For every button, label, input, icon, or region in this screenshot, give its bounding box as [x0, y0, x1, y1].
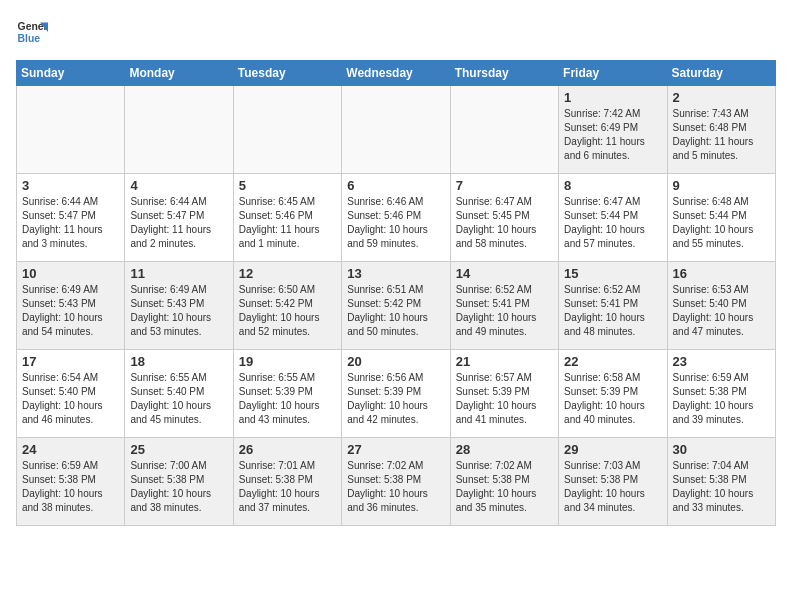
day-number: 21	[456, 354, 553, 369]
calendar-cell: 1Sunrise: 7:42 AM Sunset: 6:49 PM Daylig…	[559, 86, 667, 174]
day-number: 13	[347, 266, 444, 281]
day-number: 7	[456, 178, 553, 193]
cell-content: Sunrise: 6:49 AM Sunset: 5:43 PM Dayligh…	[130, 283, 227, 339]
cell-content: Sunrise: 6:50 AM Sunset: 5:42 PM Dayligh…	[239, 283, 336, 339]
cell-content: Sunrise: 7:02 AM Sunset: 5:38 PM Dayligh…	[456, 459, 553, 515]
calendar-header-row: SundayMondayTuesdayWednesdayThursdayFrid…	[17, 61, 776, 86]
cell-content: Sunrise: 6:58 AM Sunset: 5:39 PM Dayligh…	[564, 371, 661, 427]
day-number: 29	[564, 442, 661, 457]
calendar-cell: 9Sunrise: 6:48 AM Sunset: 5:44 PM Daylig…	[667, 174, 775, 262]
cell-content: Sunrise: 6:52 AM Sunset: 5:41 PM Dayligh…	[564, 283, 661, 339]
day-number: 4	[130, 178, 227, 193]
calendar-cell: 23Sunrise: 6:59 AM Sunset: 5:38 PM Dayli…	[667, 350, 775, 438]
day-number: 10	[22, 266, 119, 281]
calendar-week-row: 1Sunrise: 7:42 AM Sunset: 6:49 PM Daylig…	[17, 86, 776, 174]
cell-content: Sunrise: 6:46 AM Sunset: 5:46 PM Dayligh…	[347, 195, 444, 251]
calendar-cell: 11Sunrise: 6:49 AM Sunset: 5:43 PM Dayli…	[125, 262, 233, 350]
day-number: 12	[239, 266, 336, 281]
day-number: 1	[564, 90, 661, 105]
calendar-cell: 10Sunrise: 6:49 AM Sunset: 5:43 PM Dayli…	[17, 262, 125, 350]
calendar-cell	[233, 86, 341, 174]
cell-content: Sunrise: 6:55 AM Sunset: 5:40 PM Dayligh…	[130, 371, 227, 427]
day-number: 15	[564, 266, 661, 281]
day-number: 9	[673, 178, 770, 193]
calendar-cell: 15Sunrise: 6:52 AM Sunset: 5:41 PM Dayli…	[559, 262, 667, 350]
cell-content: Sunrise: 6:47 AM Sunset: 5:45 PM Dayligh…	[456, 195, 553, 251]
cell-content: Sunrise: 7:01 AM Sunset: 5:38 PM Dayligh…	[239, 459, 336, 515]
calendar-cell: 28Sunrise: 7:02 AM Sunset: 5:38 PM Dayli…	[450, 438, 558, 526]
calendar-cell: 17Sunrise: 6:54 AM Sunset: 5:40 PM Dayli…	[17, 350, 125, 438]
weekday-header: Friday	[559, 61, 667, 86]
calendar-cell: 7Sunrise: 6:47 AM Sunset: 5:45 PM Daylig…	[450, 174, 558, 262]
day-number: 11	[130, 266, 227, 281]
day-number: 25	[130, 442, 227, 457]
calendar-cell: 20Sunrise: 6:56 AM Sunset: 5:39 PM Dayli…	[342, 350, 450, 438]
weekday-header: Thursday	[450, 61, 558, 86]
day-number: 17	[22, 354, 119, 369]
calendar-week-row: 24Sunrise: 6:59 AM Sunset: 5:38 PM Dayli…	[17, 438, 776, 526]
day-number: 16	[673, 266, 770, 281]
calendar-week-row: 17Sunrise: 6:54 AM Sunset: 5:40 PM Dayli…	[17, 350, 776, 438]
calendar-cell: 4Sunrise: 6:44 AM Sunset: 5:47 PM Daylig…	[125, 174, 233, 262]
weekday-header: Tuesday	[233, 61, 341, 86]
calendar-cell: 26Sunrise: 7:01 AM Sunset: 5:38 PM Dayli…	[233, 438, 341, 526]
cell-content: Sunrise: 7:04 AM Sunset: 5:38 PM Dayligh…	[673, 459, 770, 515]
cell-content: Sunrise: 6:57 AM Sunset: 5:39 PM Dayligh…	[456, 371, 553, 427]
cell-content: Sunrise: 6:49 AM Sunset: 5:43 PM Dayligh…	[22, 283, 119, 339]
cell-content: Sunrise: 7:00 AM Sunset: 5:38 PM Dayligh…	[130, 459, 227, 515]
day-number: 2	[673, 90, 770, 105]
calendar-cell: 27Sunrise: 7:02 AM Sunset: 5:38 PM Dayli…	[342, 438, 450, 526]
cell-content: Sunrise: 6:44 AM Sunset: 5:47 PM Dayligh…	[130, 195, 227, 251]
calendar-cell: 21Sunrise: 6:57 AM Sunset: 5:39 PM Dayli…	[450, 350, 558, 438]
weekday-header: Sunday	[17, 61, 125, 86]
calendar-cell: 14Sunrise: 6:52 AM Sunset: 5:41 PM Dayli…	[450, 262, 558, 350]
calendar-cell: 5Sunrise: 6:45 AM Sunset: 5:46 PM Daylig…	[233, 174, 341, 262]
weekday-header: Monday	[125, 61, 233, 86]
day-number: 23	[673, 354, 770, 369]
cell-content: Sunrise: 7:43 AM Sunset: 6:48 PM Dayligh…	[673, 107, 770, 163]
day-number: 20	[347, 354, 444, 369]
calendar-cell: 13Sunrise: 6:51 AM Sunset: 5:42 PM Dayli…	[342, 262, 450, 350]
day-number: 22	[564, 354, 661, 369]
day-number: 3	[22, 178, 119, 193]
cell-content: Sunrise: 7:02 AM Sunset: 5:38 PM Dayligh…	[347, 459, 444, 515]
cell-content: Sunrise: 6:51 AM Sunset: 5:42 PM Dayligh…	[347, 283, 444, 339]
day-number: 6	[347, 178, 444, 193]
cell-content: Sunrise: 6:56 AM Sunset: 5:39 PM Dayligh…	[347, 371, 444, 427]
cell-content: Sunrise: 6:53 AM Sunset: 5:40 PM Dayligh…	[673, 283, 770, 339]
logo: General Blue	[16, 16, 54, 48]
calendar-table: SundayMondayTuesdayWednesdayThursdayFrid…	[16, 60, 776, 526]
calendar-cell: 6Sunrise: 6:46 AM Sunset: 5:46 PM Daylig…	[342, 174, 450, 262]
day-number: 30	[673, 442, 770, 457]
cell-content: Sunrise: 6:59 AM Sunset: 5:38 PM Dayligh…	[22, 459, 119, 515]
calendar-cell: 16Sunrise: 6:53 AM Sunset: 5:40 PM Dayli…	[667, 262, 775, 350]
calendar-cell: 3Sunrise: 6:44 AM Sunset: 5:47 PM Daylig…	[17, 174, 125, 262]
cell-content: Sunrise: 6:54 AM Sunset: 5:40 PM Dayligh…	[22, 371, 119, 427]
cell-content: Sunrise: 6:55 AM Sunset: 5:39 PM Dayligh…	[239, 371, 336, 427]
calendar-cell: 12Sunrise: 6:50 AM Sunset: 5:42 PM Dayli…	[233, 262, 341, 350]
weekday-header: Wednesday	[342, 61, 450, 86]
cell-content: Sunrise: 6:48 AM Sunset: 5:44 PM Dayligh…	[673, 195, 770, 251]
day-number: 19	[239, 354, 336, 369]
weekday-header: Saturday	[667, 61, 775, 86]
day-number: 14	[456, 266, 553, 281]
calendar-week-row: 3Sunrise: 6:44 AM Sunset: 5:47 PM Daylig…	[17, 174, 776, 262]
calendar-cell: 19Sunrise: 6:55 AM Sunset: 5:39 PM Dayli…	[233, 350, 341, 438]
page-header: General Blue	[16, 16, 776, 48]
calendar-cell	[17, 86, 125, 174]
day-number: 8	[564, 178, 661, 193]
calendar-cell: 29Sunrise: 7:03 AM Sunset: 5:38 PM Dayli…	[559, 438, 667, 526]
day-number: 26	[239, 442, 336, 457]
day-number: 24	[22, 442, 119, 457]
cell-content: Sunrise: 7:42 AM Sunset: 6:49 PM Dayligh…	[564, 107, 661, 163]
cell-content: Sunrise: 6:52 AM Sunset: 5:41 PM Dayligh…	[456, 283, 553, 339]
calendar-cell: 30Sunrise: 7:04 AM Sunset: 5:38 PM Dayli…	[667, 438, 775, 526]
cell-content: Sunrise: 6:45 AM Sunset: 5:46 PM Dayligh…	[239, 195, 336, 251]
calendar-cell: 22Sunrise: 6:58 AM Sunset: 5:39 PM Dayli…	[559, 350, 667, 438]
calendar-cell: 2Sunrise: 7:43 AM Sunset: 6:48 PM Daylig…	[667, 86, 775, 174]
calendar-cell: 24Sunrise: 6:59 AM Sunset: 5:38 PM Dayli…	[17, 438, 125, 526]
day-number: 18	[130, 354, 227, 369]
day-number: 27	[347, 442, 444, 457]
cell-content: Sunrise: 6:59 AM Sunset: 5:38 PM Dayligh…	[673, 371, 770, 427]
calendar-cell: 25Sunrise: 7:00 AM Sunset: 5:38 PM Dayli…	[125, 438, 233, 526]
